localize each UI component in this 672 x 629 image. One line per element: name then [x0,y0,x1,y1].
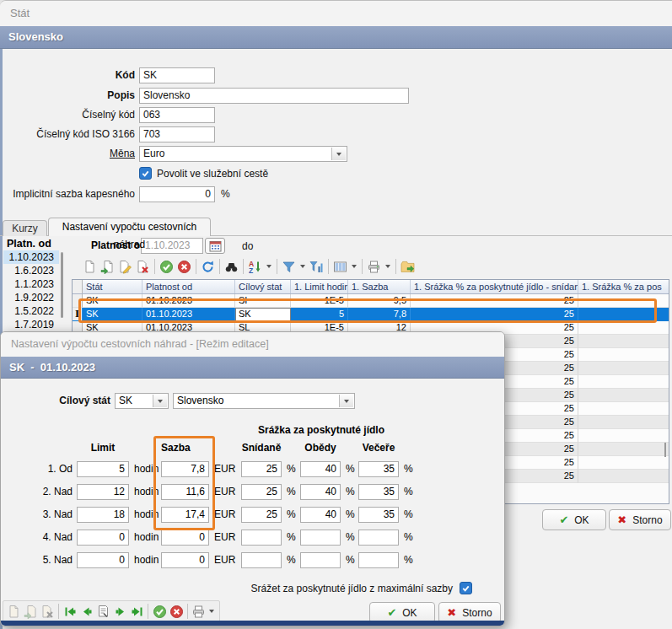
new-record-button-disabled[interactable] [6,603,23,620]
cancel-button[interactable] [175,258,193,275]
new-record-button[interactable] [81,258,99,275]
cell-pos[interactable] [578,456,669,470]
ciselny-kod-input[interactable]: 063 [139,107,215,123]
cell-cilovy[interactable]: SK [235,308,291,321]
vecere-percent-input[interactable]: 35 [358,484,399,500]
date-list-item[interactable]: 1.10.2023 [3,250,59,264]
cell-sazba[interactable]: 7,8 [348,308,411,321]
columns-button[interactable] [331,258,349,275]
limit-hours-input[interactable]: 12 [77,484,129,500]
table-row[interactable]: ISK01.10.2023SK57,825 [73,308,669,321]
copy-record-button[interactable] [99,258,116,275]
header-cell-cilovy[interactable]: Cílový stat [235,280,291,293]
dates-scrollbar[interactable] [61,252,63,318]
date-list-item[interactable]: 1.9.2022 [3,291,59,304]
snidane-percent-input[interactable]: 25 [241,484,282,500]
cell-snidane[interactable]: 25 [411,308,578,321]
table-row[interactable]: SK01.10.2023SI1E-59,525 [73,294,669,308]
cell-platnost[interactable]: 01.10.2023 [142,294,235,308]
tab-kurzy[interactable]: Kurzy [3,220,47,236]
filter-from-input[interactable]: 1.10.2023 [141,238,203,254]
confirm-button[interactable] [158,258,175,275]
date-list-item[interactable]: 1.7.2019 [3,318,59,331]
cell-pos[interactable] [578,416,669,429]
sazba-input[interactable]: 0 [161,530,209,546]
mena-combo[interactable]: Euro [139,146,347,162]
sort-az-button[interactable]: AZ [246,258,264,275]
sort-dropdown-arrow[interactable] [264,258,274,275]
header-cell-snidane[interactable]: 1. Srážka % za poskytnuté jídlo - snídan… [411,280,578,293]
first-record-button[interactable] [62,603,78,620]
obedy-percent-input[interactable] [300,552,341,568]
snidane-percent-input[interactable]: 25 [241,507,282,523]
cell-pos[interactable] [578,335,669,348]
kod-input[interactable]: SK [139,67,215,83]
cell-pos[interactable] [578,429,669,443]
obedy-percent-input[interactable] [300,530,341,546]
cell-pos[interactable] [578,348,669,362]
cilovy-name-combo[interactable]: Slovensko [173,393,355,409]
footer-checkbox[interactable] [460,582,472,594]
delete-record-button-disabled[interactable] [40,603,56,620]
mena-label[interactable]: Měna [8,146,135,162]
filter-button[interactable] [280,258,298,275]
povolit-checkbox[interactable] [139,167,152,180]
cell-pos[interactable] [578,294,669,308]
prev-record-button[interactable] [78,603,95,620]
header-cell-sazba[interactable]: 1. Sazba [348,280,411,293]
copy-record-button-disabled[interactable] [23,603,40,620]
header-cell-stat[interactable]: Stát [83,280,142,293]
limit-hours-input[interactable]: 0 [77,552,129,568]
kapesne-input[interactable]: 0 [139,186,215,202]
obedy-percent-input[interactable]: 40 [300,484,341,500]
cell-pos[interactable] [578,443,669,456]
dialog-cancel-button[interactable] [168,603,185,620]
cilovy-name-dropdown-button[interactable] [339,395,353,407]
filter-dropdown-arrow[interactable] [298,258,308,275]
cell-stat[interactable]: SK [83,308,142,321]
cell-stat[interactable]: SK [83,294,142,308]
vecere-percent-input[interactable]: 35 [358,461,399,477]
snidane-percent-input[interactable] [241,552,282,568]
dialog-print-button[interactable] [191,603,207,620]
print-dropdown-arrow[interactable] [207,603,217,620]
cilovy-code-combo[interactable]: SK [115,393,169,409]
storno-button[interactable]: ✖ Storno [609,509,671,530]
vecere-percent-input[interactable] [358,552,399,568]
tab-nastaveni-nahrad[interactable]: Nastavení vypočtu cestovních náhrad [48,218,211,236]
last-record-button[interactable] [129,603,146,620]
print-dropdown-arrow[interactable] [383,258,393,275]
cell-pos[interactable] [578,375,669,389]
vecere-percent-input[interactable] [358,530,399,546]
mena-dropdown-button[interactable] [331,148,346,160]
sazba-input[interactable]: 11,6 [161,484,209,500]
cell-pos[interactable] [578,402,669,416]
limit-hours-input[interactable]: 5 [77,461,129,477]
header-cell-limit[interactable]: 1. Limit hodin [291,280,348,293]
obedy-percent-input[interactable]: 40 [300,461,341,477]
next-record-button[interactable] [112,603,129,620]
cell-pos[interactable] [578,362,669,375]
cell-platnost[interactable]: 01.10.2023 [142,308,235,321]
cell-sazba[interactable]: 9,5 [348,294,411,308]
calendar-button[interactable] [205,238,225,254]
obedy-percent-input[interactable]: 40 [300,507,341,523]
date-list-item[interactable]: 1.1.2023 [3,277,59,291]
sazba-input[interactable]: 0 [161,552,209,568]
columns-dropdown-arrow[interactable] [349,258,359,275]
cell-snidane[interactable]: 25 [411,294,578,308]
limit-hours-input[interactable]: 18 [77,507,129,523]
ok-button[interactable]: ✔ OK [542,509,606,530]
cell-pos[interactable] [578,321,669,335]
sazba-input[interactable]: 7,8 [161,461,209,477]
cell-limit[interactable]: 5 [291,308,348,321]
find-button[interactable] [223,258,240,275]
header-cell-platnost[interactable]: Platnost od [142,280,235,293]
sazba-input[interactable]: 17,4 [161,507,209,523]
cell-pos[interactable] [578,308,669,321]
vecere-percent-input[interactable]: 35 [358,507,399,523]
dialog-confirm-button[interactable] [151,603,168,620]
date-list-item[interactable]: 1.6.2023 [3,264,59,277]
header-cell-pos[interactable]: 1. Srážka % za pos [578,280,669,293]
print-button[interactable] [365,258,383,275]
